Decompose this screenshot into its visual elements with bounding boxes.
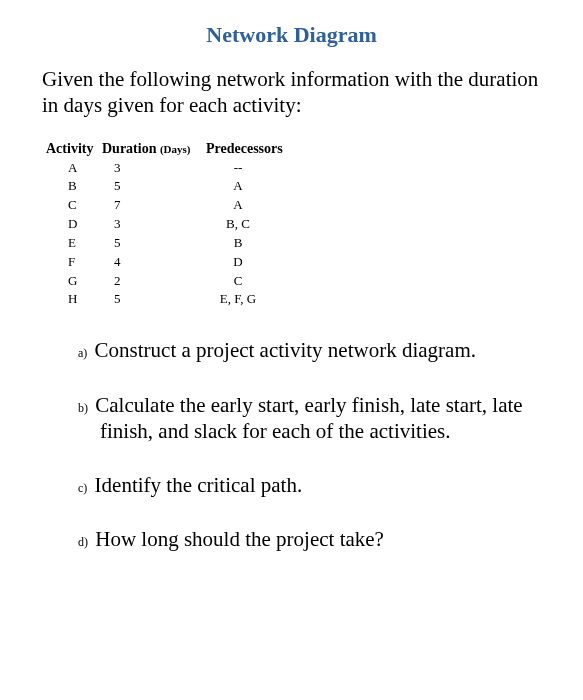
question-item: d) How long should the project take? (100, 526, 541, 552)
cell-activity: F (46, 253, 90, 272)
cell-predecessors: D (198, 253, 278, 272)
cell-predecessors: A (198, 177, 278, 196)
table-row: E5B (46, 234, 541, 253)
cell-activity: G (46, 272, 90, 291)
table-body: A3--B5AC7AD3B, CE5BF4DG2CH5E, F, G (46, 159, 541, 310)
cell-activity: E (46, 234, 90, 253)
header-duration: Duration (Days) (102, 141, 206, 157)
cell-predecessors: B (198, 234, 278, 253)
question-item: a) Construct a project activity network … (100, 337, 541, 363)
cell-duration: 2 (90, 272, 198, 291)
cell-predecessors: A (198, 196, 278, 215)
cell-predecessors: C (198, 272, 278, 291)
header-duration-unit: (Days) (160, 143, 191, 155)
cell-duration: 3 (90, 159, 198, 178)
cell-activity: A (46, 159, 90, 178)
activity-table: Activity Duration (Days) Predecessors A3… (46, 141, 541, 310)
question-text: Calculate the early start, early finish,… (90, 393, 523, 443)
questions-list: a) Construct a project activity network … (42, 337, 541, 552)
table-row: A3-- (46, 159, 541, 178)
cell-duration: 5 (90, 234, 198, 253)
question-label: d) (78, 535, 88, 549)
question-text: Construct a project activity network dia… (89, 338, 476, 362)
cell-duration: 3 (90, 215, 198, 234)
cell-duration: 5 (90, 177, 198, 196)
cell-activity: C (46, 196, 90, 215)
question-item: c) Identify the critical path. (100, 472, 541, 498)
table-row: G2C (46, 272, 541, 291)
cell-duration: 4 (90, 253, 198, 272)
header-predecessors: Predecessors (206, 141, 283, 157)
question-label: c) (78, 481, 87, 495)
table-row: B5A (46, 177, 541, 196)
intro-text: Given the following network information … (42, 66, 541, 119)
header-activity: Activity (46, 141, 102, 157)
header-duration-text: Duration (102, 141, 156, 156)
table-row: C7A (46, 196, 541, 215)
page-title: Network Diagram (42, 22, 541, 48)
cell-activity: H (46, 290, 90, 309)
cell-predecessors: E, F, G (198, 290, 278, 309)
question-text: Identify the critical path. (89, 473, 302, 497)
cell-activity: B (46, 177, 90, 196)
table-row: H5E, F, G (46, 290, 541, 309)
cell-predecessors: -- (198, 159, 278, 178)
cell-predecessors: B, C (198, 215, 278, 234)
table-row: D3B, C (46, 215, 541, 234)
question-text: How long should the project take? (90, 527, 384, 551)
cell-duration: 5 (90, 290, 198, 309)
table-header-row: Activity Duration (Days) Predecessors (46, 141, 541, 157)
question-item: b) Calculate the early start, early fini… (100, 392, 541, 445)
cell-activity: D (46, 215, 90, 234)
question-label: b) (78, 401, 88, 415)
cell-duration: 7 (90, 196, 198, 215)
question-label: a) (78, 346, 87, 360)
table-row: F4D (46, 253, 541, 272)
